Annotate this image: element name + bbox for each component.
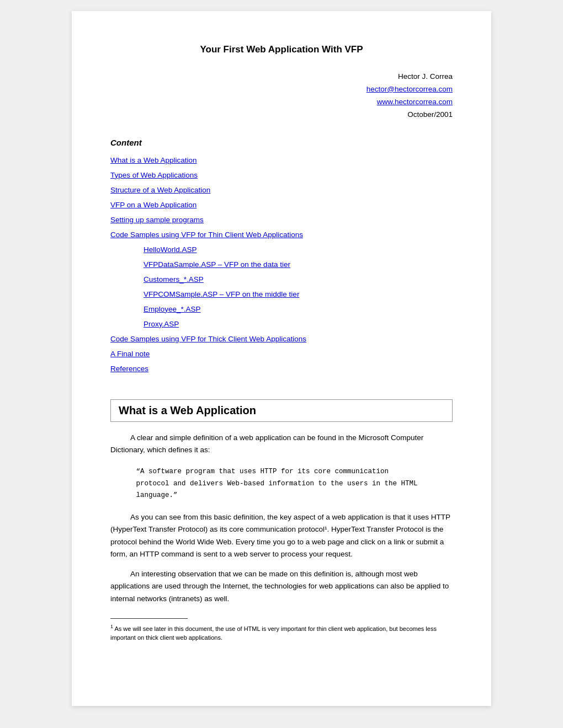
list-item: References <box>110 361 453 376</box>
author-block: Hector J. Correa hector@hectorcorrea.com… <box>110 71 453 121</box>
list-item: Code Samples using VFP for Thick Client … <box>110 331 453 346</box>
section1-para1: A clear and simple definition of a web a… <box>110 432 453 457</box>
toc-link-final[interactable]: A Final note <box>110 350 150 358</box>
toc-link-vfp[interactable]: VFP on a Web Application <box>110 201 196 209</box>
list-item: Employee_*.ASP <box>110 302 453 317</box>
toc-link-structure[interactable]: Structure of a Web Application <box>110 186 210 194</box>
author-website-link[interactable]: www.hectorcorrea.com <box>377 98 453 106</box>
list-item: VFPDataSample.ASP – VFP on the data tier <box>110 257 453 272</box>
section1-title: What is a Web Application <box>119 404 256 416</box>
footnote-number: 1 <box>110 624 113 629</box>
footnote-text: As we will see later in this document, t… <box>110 625 437 641</box>
section1-para3: An interesting observation that we can b… <box>110 568 453 605</box>
toc-link-thin[interactable]: Code Samples using VFP for Thin Client W… <box>110 231 303 239</box>
list-item: Code Samples using VFP for Thin Client W… <box>110 227 453 242</box>
list-item: HelloWorld.ASP <box>110 242 453 257</box>
author-email-link[interactable]: hector@hectorcorrea.com <box>367 85 453 93</box>
list-item: What is a Web Application <box>110 153 453 168</box>
toc-link-vfpcom[interactable]: VFPCOMSample.ASP – VFP on the middle tie… <box>144 290 299 298</box>
toc-list: What is a Web Application Types of Web A… <box>110 153 453 376</box>
list-item: Proxy.ASP <box>110 317 453 331</box>
list-item: VFP on a Web Application <box>110 197 453 212</box>
author-name: Hector J. Correa <box>398 72 453 81</box>
toc-link-setup[interactable]: Setting up sample programs <box>110 216 204 224</box>
toc-link-employee[interactable]: Employee_*.ASP <box>144 305 201 313</box>
page: Your First Web Application With VFP Hect… <box>72 11 491 706</box>
section1-blockquote: “A software program that uses HTTP for i… <box>136 466 427 501</box>
section1-box: What is a Web Application <box>110 399 453 422</box>
section1-para2: As you can see from this basic definitio… <box>110 511 453 560</box>
toc-link-thick[interactable]: Code Samples using VFP for Thick Client … <box>110 335 306 343</box>
toc-link-customers[interactable]: Customers_*.ASP <box>144 275 204 283</box>
footnote: 1 As we will see later in this document,… <box>110 623 453 643</box>
author-date: October/2001 <box>407 110 453 119</box>
footnote-divider <box>110 618 188 619</box>
toc-link-vfpdata[interactable]: VFPDataSample.ASP – VFP on the data tier <box>144 260 290 269</box>
toc-link-types[interactable]: Types of Web Applications <box>110 171 198 179</box>
list-item: VFPCOMSample.ASP – VFP on the middle tie… <box>110 287 453 302</box>
list-item: Types of Web Applications <box>110 168 453 183</box>
toc-section: Content What is a Web Application Types … <box>110 138 453 376</box>
toc-heading: Content <box>110 138 453 147</box>
page-title: Your First Web Application With VFP <box>110 44 453 55</box>
list-item: Customers_*.ASP <box>110 272 453 287</box>
list-item: Setting up sample programs <box>110 212 453 227</box>
list-item: Structure of a Web Application <box>110 183 453 197</box>
toc-link-helloworld[interactable]: HelloWorld.ASP <box>144 245 197 254</box>
toc-link-references[interactable]: References <box>110 365 148 373</box>
toc-link-proxy[interactable]: Proxy.ASP <box>144 320 179 328</box>
toc-link-what[interactable]: What is a Web Application <box>110 156 197 164</box>
list-item: A Final note <box>110 346 453 361</box>
